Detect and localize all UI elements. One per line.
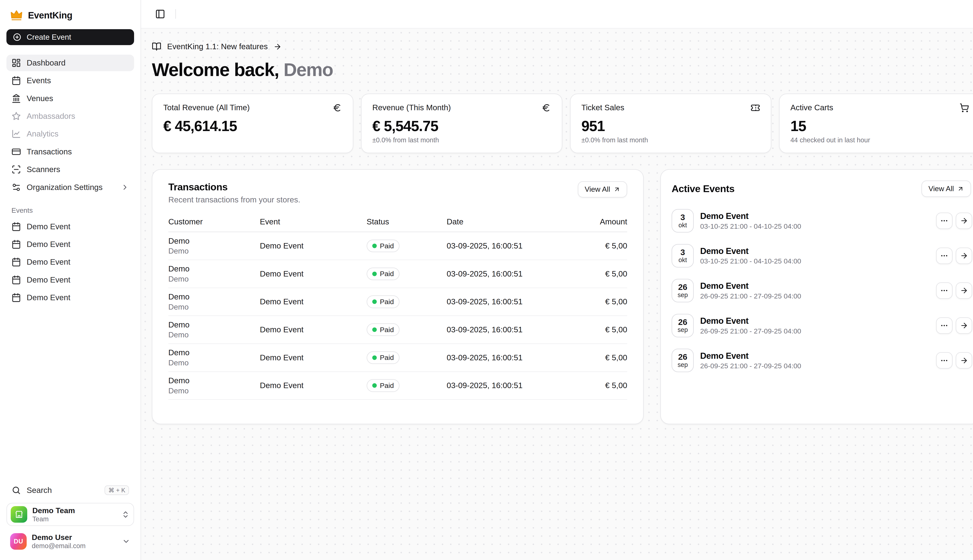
chevron-right-icon xyxy=(121,183,129,191)
ellipsis-icon xyxy=(940,357,948,365)
sidebar-events-list: Demo Event Demo Event Demo Event Demo Ev… xyxy=(7,218,134,306)
stat-card: Revenue (This Month) € 5,545.75 ±0.0% fr… xyxy=(361,93,562,153)
sidebar-event-item[interactable]: Demo Event xyxy=(7,289,134,306)
event-date-badge: 26 sep xyxy=(672,314,694,337)
sidebar-event-label: Demo Event xyxy=(27,293,70,302)
sidebar-event-item[interactable]: Demo Event xyxy=(7,236,134,253)
sidebar-event-item[interactable]: Demo Event xyxy=(7,272,134,288)
search-button[interactable]: Search ⌘ + K xyxy=(7,482,134,498)
ellipsis-icon xyxy=(940,217,948,225)
event-open-button[interactable] xyxy=(956,317,972,334)
event-open-button[interactable] xyxy=(956,213,972,229)
sidebar: EventKing Create Event Dashboard Events … xyxy=(0,0,141,560)
stat-label: Active Carts xyxy=(791,103,833,112)
paid-status-dot xyxy=(372,243,377,248)
euro-icon xyxy=(333,103,342,113)
arrow-up-right-icon xyxy=(614,186,620,193)
event-month: sep xyxy=(677,362,688,368)
transaction-amount: € 5,00 xyxy=(605,381,627,390)
customer-subtext: Demo xyxy=(168,303,260,311)
user-menu[interactable]: DU Demo User demo@email.com xyxy=(7,530,134,552)
landmark-icon xyxy=(12,94,21,103)
transaction-amount: € 5,00 xyxy=(605,353,627,362)
event-more-button[interactable] xyxy=(936,213,953,229)
sidebar-item-transactions[interactable]: Transactions xyxy=(7,143,134,160)
event-more-button[interactable] xyxy=(936,248,953,264)
column-header-status: Status xyxy=(367,217,446,226)
transaction-amount: € 5,00 xyxy=(605,325,627,334)
active-events-list: 3 okt Demo Event 03-10-25 21:00 - 04-10-… xyxy=(672,203,972,378)
panel-left-icon xyxy=(155,9,165,19)
plus-circle-icon xyxy=(13,33,22,42)
calendar-icon xyxy=(12,293,21,302)
active-event-dates: 26-09-25 21:00 - 27-09-25 04:00 xyxy=(700,362,930,370)
event-open-button[interactable] xyxy=(956,248,972,264)
sidebar-event-label: Demo Event xyxy=(27,275,70,285)
stat-subtext: 44 checked out in last hour xyxy=(791,136,969,144)
status-label: Paid xyxy=(380,298,394,306)
event-more-button[interactable] xyxy=(936,317,953,334)
sidebar-event-item[interactable]: Demo Event xyxy=(7,254,134,270)
user-email: demo@email.com xyxy=(32,542,85,550)
brand-name: EventKing xyxy=(28,10,72,21)
paid-status-dot xyxy=(372,327,377,332)
sidebar-event-label: Demo Event xyxy=(27,222,70,231)
paid-status-dot xyxy=(372,300,377,304)
event-more-button[interactable] xyxy=(936,352,953,369)
event-open-button[interactable] xyxy=(956,352,972,369)
sidebar-item-ambassadors: Ambassadors xyxy=(7,108,134,125)
transaction-date: 03-09-2025, 16:00:51 xyxy=(446,297,565,306)
customer-name: Demo xyxy=(168,376,260,385)
create-event-label: Create Event xyxy=(27,33,71,42)
active-events-view-all-button[interactable]: View All xyxy=(921,180,971,197)
event-day: 3 xyxy=(680,213,685,222)
ellipsis-icon xyxy=(940,322,948,330)
column-header-event: Event xyxy=(260,217,367,226)
whats-new-banner[interactable]: EventKing 1.1: New features xyxy=(152,38,282,58)
view-all-label: View All xyxy=(585,185,610,193)
table-body: Demo Demo Demo Event Paid 03-09-2025, 16… xyxy=(168,232,627,400)
sidebar-item-organization-settings[interactable]: Organization Settings xyxy=(7,179,134,196)
sidebar-nav-label: Analytics xyxy=(27,129,59,138)
stat-subtext: ±0.0% from last month xyxy=(581,136,760,144)
sidebar-item-dashboard[interactable]: Dashboard xyxy=(7,55,134,71)
active-event-dates: 03-10-25 21:00 - 04-10-25 04:00 xyxy=(700,222,930,230)
arrow-right-icon xyxy=(960,322,968,330)
stat-label: Total Revenue (All Time) xyxy=(163,103,250,112)
scan-line-icon xyxy=(12,165,21,174)
stat-card: Ticket Sales 951 ±0.0% from last month xyxy=(570,93,771,153)
transaction-date: 03-09-2025, 16:00:51 xyxy=(446,325,565,334)
sidebar-item-venues[interactable]: Venues xyxy=(7,90,134,107)
transaction-date: 03-09-2025, 16:00:51 xyxy=(446,353,565,362)
event-month: sep xyxy=(677,292,688,298)
sidebar-item-events[interactable]: Events xyxy=(7,72,134,89)
calendar-icon xyxy=(12,76,21,85)
team-switcher[interactable]: Demo Team Team xyxy=(7,503,134,526)
event-date-badge: 26 sep xyxy=(672,279,694,302)
transaction-date: 03-09-2025, 16:00:51 xyxy=(446,381,565,390)
sidebar-event-label: Demo Event xyxy=(27,240,70,249)
sidebar-item-scanners[interactable]: Scanners xyxy=(7,161,134,178)
chart-line-icon xyxy=(12,129,21,138)
euro-icon xyxy=(542,103,551,113)
create-event-button[interactable]: Create Event xyxy=(7,29,134,45)
search-shortcut-badge: ⌘ + K xyxy=(105,485,129,495)
transactions-view-all-button[interactable]: View All xyxy=(578,181,627,198)
event-open-button[interactable] xyxy=(956,282,972,299)
column-header-date: Date xyxy=(446,217,565,226)
transaction-date: 03-09-2025, 16:00:51 xyxy=(446,241,565,250)
transaction-event-name: Demo Event xyxy=(260,297,367,306)
dashboard-content: EventKing 1.1: New features Welcome back… xyxy=(141,28,973,560)
table-header-row: CustomerEventStatusDateAmount xyxy=(168,212,627,232)
event-day: 26 xyxy=(678,283,687,292)
sidebar-toggle-button[interactable] xyxy=(151,5,169,23)
transactions-subtitle: Recent transactions from your stores. xyxy=(168,195,300,204)
active-event-dates: 26-09-25 21:00 - 27-09-25 04:00 xyxy=(700,292,930,300)
active-event-title: Demo Event xyxy=(700,316,930,326)
status-badge: Paid xyxy=(367,352,400,364)
welcome-name: Demo xyxy=(284,59,333,80)
sidebar-event-item[interactable]: Demo Event xyxy=(7,218,134,235)
status-badge: Paid xyxy=(367,240,400,252)
transaction-row: Demo Demo Demo Event Paid 03-09-2025, 16… xyxy=(168,372,627,400)
event-more-button[interactable] xyxy=(936,282,953,299)
